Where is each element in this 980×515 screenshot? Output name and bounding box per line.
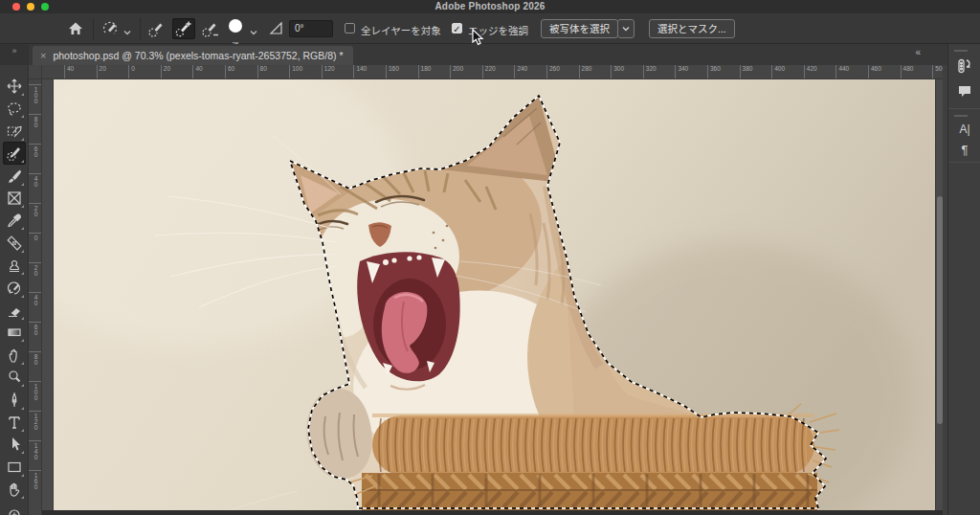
hand-tool[interactable] xyxy=(3,478,26,501)
title-bar: Adobe Photoshop 2026 xyxy=(0,0,980,13)
ruler-corner[interactable] xyxy=(29,65,42,79)
mouse-cursor xyxy=(471,29,484,52)
ruler-tick-label: 20 xyxy=(29,262,42,276)
eyedropper-tool[interactable] xyxy=(3,209,26,232)
paragraph-panel-icon[interactable]: ¶ xyxy=(956,142,973,159)
ruler-tick-label: 160 xyxy=(386,65,399,79)
dodge-tool[interactable] xyxy=(3,366,26,389)
home-icon[interactable] xyxy=(67,20,84,37)
ruler-tick-label: 100 xyxy=(29,84,42,103)
ruler-tick-label: 60 xyxy=(225,65,234,79)
ruler-tick-label: 0 xyxy=(29,233,42,240)
ruler-tick-label: 340 xyxy=(675,65,688,79)
angle-input[interactable]: 0° xyxy=(289,20,333,37)
sample-all-layers-checkbox[interactable] xyxy=(345,23,355,34)
type-tool[interactable] xyxy=(3,411,26,434)
ruler-tick-label: 240 xyxy=(514,65,527,79)
ruler-tick-label: 40 xyxy=(64,65,74,79)
tools-palette xyxy=(0,65,29,515)
ruler-tick-label: 120 xyxy=(322,65,335,79)
ruler-tick-label: 60 xyxy=(29,322,42,335)
ruler-tick-label: 20 xyxy=(97,65,106,79)
ruler-tick-label: 320 xyxy=(643,65,657,79)
adjustments-panel-icon[interactable] xyxy=(956,57,973,75)
ruler-tick-label: 440 xyxy=(835,65,849,79)
pasteboard[interactable] xyxy=(42,79,943,515)
frame-tool[interactable] xyxy=(3,187,26,210)
healing-brush-tool[interactable] xyxy=(3,232,26,255)
selection-brush-tool[interactable] xyxy=(3,142,26,165)
separator xyxy=(93,18,94,39)
brush-tool[interactable] xyxy=(3,165,26,188)
ruler-tick-label: 40 xyxy=(29,292,42,305)
horizontal-ruler[interactable]: 4020020406080100120140160180200220240260… xyxy=(42,65,943,79)
character-panel-icon[interactable]: A| xyxy=(956,121,973,138)
ruler-tick-label: 20 xyxy=(161,65,170,79)
gradient-tool[interactable] xyxy=(3,321,26,344)
ruler-tick-label: 140 xyxy=(353,65,367,79)
ruler-tick-label: 0 xyxy=(128,65,135,79)
pen-tool[interactable] xyxy=(3,389,26,412)
cat-photo xyxy=(54,79,935,510)
ruler-tick-label: 80 xyxy=(29,114,42,127)
select-subject-dropdown-button[interactable] xyxy=(617,19,635,38)
path-select-tool[interactable] xyxy=(3,433,26,456)
rectangle-tool[interactable] xyxy=(3,456,26,479)
eraser-tool[interactable] xyxy=(3,299,26,322)
ruler-tick-label: 80 xyxy=(257,65,267,79)
clone-stamp-tool[interactable] xyxy=(3,254,26,277)
ruler-tick-label: 120 xyxy=(29,411,42,430)
ruler-tick-label: 480 xyxy=(901,65,914,79)
panel-dock-collapse[interactable]: « xyxy=(915,47,921,57)
ruler-tick-label: 420 xyxy=(804,65,817,79)
chevron-down-icon[interactable] xyxy=(122,24,132,34)
sample-all-layers-label: 全レイヤーを対象 xyxy=(361,23,441,37)
ruler-tick-label: 60 xyxy=(29,144,42,157)
ruler-tick-label: 80 xyxy=(29,351,42,365)
ruler-tick-label: 40 xyxy=(29,173,42,187)
selection-mode-subtract-button[interactable] xyxy=(199,18,222,39)
ruler-tick-label: 500 xyxy=(932,65,943,79)
chevron-down-icon[interactable] xyxy=(249,24,258,34)
ruler-tick-label: 180 xyxy=(418,65,432,79)
toolbar-collapse[interactable]: » xyxy=(0,44,29,65)
ruler-tick-label: 100 xyxy=(29,381,42,400)
ruler-tick-label: 220 xyxy=(482,65,496,79)
ruler-tick-label: 20 xyxy=(29,203,42,216)
select-and-mask-button[interactable]: 選択とマスク... xyxy=(649,19,735,38)
history-brush-tool[interactable] xyxy=(3,277,26,300)
ruler-tick-label: 160 xyxy=(29,470,42,489)
ruler-tick-label: 280 xyxy=(579,65,592,79)
ruler-tick-label: 100 xyxy=(289,65,302,79)
ruler-tick-label: 140 xyxy=(29,440,42,459)
move-tool[interactable] xyxy=(3,75,26,98)
canvas-bottom-edge xyxy=(42,510,943,515)
ruler-tick-label: 400 xyxy=(771,65,785,79)
enhance-edge-checkbox[interactable]: ✓ xyxy=(452,23,462,34)
window-title: Adobe Photoshop 2026 xyxy=(0,1,980,11)
brush-size-preview[interactable] xyxy=(227,18,244,35)
vertical-ruler[interactable]: 10080604020020406080100120140160 xyxy=(29,79,42,515)
zoom-tool[interactable] xyxy=(3,501,26,515)
smudge-tool[interactable] xyxy=(3,344,26,367)
selection-mode-new-button[interactable] xyxy=(145,18,168,39)
ruler-tick-label: 260 xyxy=(546,65,560,79)
tab-close-icon[interactable]: × xyxy=(40,50,46,61)
ruler-tick-label: 380 xyxy=(740,65,753,79)
document-canvas[interactable] xyxy=(54,79,935,510)
tool-preset-icon[interactable] xyxy=(101,20,119,37)
vertical-scrollbar[interactable] xyxy=(937,196,943,424)
document-tab[interactable]: × photoshop.psd @ 70.3% (pexels-tomas-ry… xyxy=(33,46,353,65)
ruler-tick-label: 460 xyxy=(868,65,881,79)
ruler-tick-label: 200 xyxy=(450,65,463,79)
comments-panel-icon[interactable] xyxy=(956,82,973,100)
separator xyxy=(140,18,141,39)
panel-dock: A| ¶ xyxy=(947,44,980,515)
object-selection-tool[interactable] xyxy=(3,120,26,143)
lasso-tool[interactable] xyxy=(3,97,26,120)
select-subject-button[interactable]: 被写体を選択 xyxy=(541,19,618,38)
selection-mode-add-button[interactable] xyxy=(172,18,195,39)
ruler-tick-label: 300 xyxy=(611,65,624,79)
panel-group-label xyxy=(954,115,968,117)
tab-bar: × photoshop.psd @ 70.3% (pexels-tomas-ry… xyxy=(29,44,980,65)
